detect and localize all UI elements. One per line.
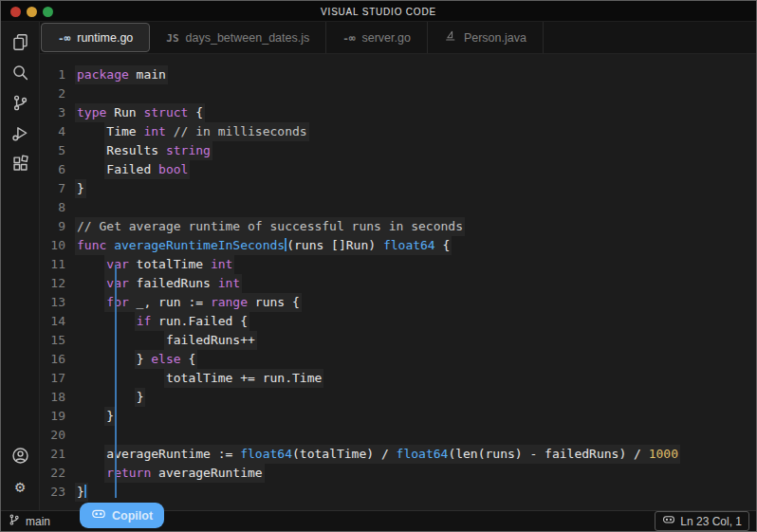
code-text: var failedRuns int [104, 274, 242, 293]
code-text: var totalTime int [104, 255, 234, 274]
code-text: Failed bool [104, 160, 190, 179]
line-number: 15 [40, 331, 75, 350]
activity-item-run-debug[interactable] [1, 119, 40, 150]
cursor-position-label: Ln 23 Col, 1 [680, 515, 742, 528]
code-line[interactable]: 12 var failedRuns int [40, 274, 756, 293]
line-number: 2 [40, 84, 75, 103]
code-text: package main [75, 65, 168, 84]
line-number: 11 [40, 255, 75, 274]
code-line[interactable]: 11 var totalTime int [40, 255, 756, 274]
code-line[interactable]: 15 failedRuns++ [40, 331, 756, 350]
line-number: 13 [40, 293, 75, 312]
code-line[interactable]: 8 [40, 198, 756, 217]
code-line[interactable]: 18 } [40, 388, 756, 407]
java-icon [444, 29, 457, 46]
tab-bar: -∞runtime.goJSdays_between_dates.js-∞ser… [40, 22, 756, 54]
activity-item-settings[interactable]: ⚙ [1, 472, 40, 503]
line-number: 3 [40, 103, 75, 122]
source-control-icon [11, 94, 29, 116]
tab-label: days_between_dates.js [186, 31, 310, 45]
active-indent-guide [115, 265, 117, 498]
line-number: 5 [40, 141, 75, 160]
code-text: Results string [104, 141, 212, 160]
code-line[interactable]: 14 if run.Failed { [40, 312, 756, 331]
tab-runtime.go[interactable]: -∞runtime.go [41, 23, 150, 52]
run-debug-icon [11, 124, 29, 146]
line-number: 10 [40, 236, 75, 255]
code-line[interactable]: 10func averageRuntimeInSeconds(runs []Ru… [40, 236, 756, 255]
git-branch-indicator[interactable]: main [8, 513, 50, 529]
tab-Person.java[interactable]: Person.java [428, 22, 544, 53]
code-line[interactable]: 2 [40, 84, 756, 103]
code-text: averageRuntime := float64(totalTime) / f… [104, 445, 680, 464]
tab-label: runtime.go [77, 31, 133, 45]
code-text: // Get average runtime of successful run… [75, 217, 465, 236]
code-text: for _, run := range runs { [104, 293, 302, 312]
title-bar: Visual Studio Code [1, 1, 756, 22]
line-number: 22 [40, 464, 75, 483]
code-line[interactable]: 3type Run struct { [40, 103, 756, 122]
code-line[interactable]: 17 totalTime += run.Time [40, 369, 756, 388]
line-number: 9 [40, 217, 75, 236]
line-number: 21 [40, 445, 75, 464]
go-icon: -∞ [58, 31, 70, 45]
tab-label: Person.java [464, 31, 526, 45]
js-icon: JS [166, 31, 178, 45]
activity-item-source-control[interactable] [1, 89, 40, 119]
git-branch-icon [8, 513, 21, 529]
line-number: 12 [40, 274, 75, 293]
activity-bar-bottom: ⚙ [1, 442, 39, 510]
git-branch-icon [8, 516, 21, 529]
line-number: 23 [40, 483, 75, 502]
code-line[interactable]: 19 } [40, 407, 756, 426]
text-cursor [84, 485, 86, 498]
line-number: 20 [40, 426, 75, 445]
code-line[interactable]: 5 Results string [40, 141, 756, 160]
copilot-icon [662, 516, 675, 529]
activity-item-explorer[interactable] [1, 28, 40, 59]
code-line[interactable]: 1package main [40, 65, 756, 84]
line-number: 17 [40, 369, 75, 388]
settings-icon: ⚙ [15, 479, 25, 496]
code-text: return averageRuntime [104, 464, 264, 483]
code-text: type Run struct { [75, 103, 205, 122]
account-icon [11, 447, 29, 468]
code-text: Time int // in milliseconds [104, 122, 308, 141]
code-line[interactable]: 4 Time int // in milliseconds [40, 122, 756, 141]
code-editor[interactable]: 1package main23type Run struct {4 Time i… [40, 54, 756, 510]
line-number: 14 [40, 312, 75, 331]
line-number: 7 [40, 179, 75, 198]
code-line[interactable]: 20 [40, 426, 756, 445]
tab-days_between_dates.js[interactable]: JSdays_between_dates.js [150, 22, 326, 53]
cursor-position-indicator[interactable]: Ln 23 Col, 1 [655, 511, 749, 531]
activity-item-extensions[interactable] [1, 150, 40, 180]
activity-item-search[interactable] [1, 59, 40, 89]
code-text: } [75, 483, 88, 502]
line-number: 4 [40, 122, 75, 141]
code-line[interactable]: 7} [40, 179, 756, 198]
search-icon [11, 64, 29, 85]
code-line[interactable]: 13 for _, run := range runs { [40, 293, 756, 312]
activity-item-account[interactable] [1, 442, 40, 472]
tab-server.go[interactable]: -∞server.go [326, 22, 428, 53]
window-title: Visual Studio Code [1, 1, 756, 22]
code-line[interactable]: 9// Get average runtime of successful ru… [40, 217, 756, 236]
code-line[interactable]: 16 } else { [40, 350, 756, 369]
code-line[interactable]: 22 return averageRuntime [40, 464, 756, 483]
code-text: } [75, 179, 86, 198]
line-number: 6 [40, 160, 75, 179]
git-branch-label: main [26, 515, 50, 528]
extensions-icon [11, 155, 29, 176]
code-text: failedRuns++ [164, 331, 257, 350]
code-line[interactable]: 23} [40, 483, 756, 502]
activity-bar-top [1, 22, 39, 180]
line-number: 8 [40, 198, 75, 217]
go-icon: -∞ [342, 31, 355, 45]
copilot-button[interactable]: Copilot [80, 503, 164, 528]
code-line[interactable]: 21 averageRuntime := float64(totalTime) … [40, 445, 756, 464]
code-line[interactable]: 6 Failed bool [40, 160, 756, 179]
line-number: 18 [40, 388, 75, 407]
line-number: 19 [40, 407, 75, 426]
line-number: 16 [40, 350, 75, 369]
tab-label: server.go [361, 31, 410, 45]
